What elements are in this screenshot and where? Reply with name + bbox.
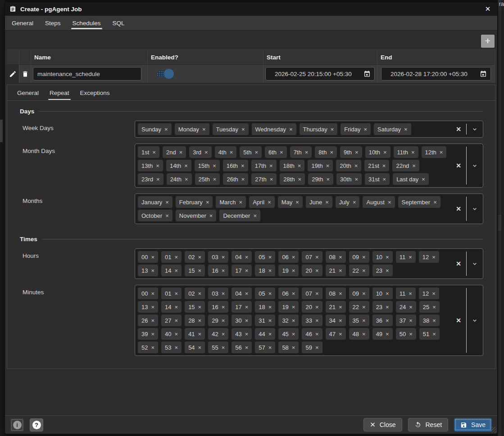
chip-remove-icon[interactable]: ×	[230, 149, 233, 156]
chip-remove-icon[interactable]: ×	[198, 254, 202, 261]
chip-remove-icon[interactable]: ×	[222, 304, 225, 310]
delete-row-button[interactable]	[19, 65, 31, 83]
chip-remove-icon[interactable]: ×	[404, 126, 408, 133]
chip-remove-icon[interactable]: ×	[151, 344, 154, 351]
chip-remove-icon[interactable]: ×	[175, 254, 178, 261]
clear-selection-icon[interactable]: ✕	[453, 260, 464, 267]
chip-remove-icon[interactable]: ×	[209, 212, 213, 219]
chip-remove-icon[interactable]: ×	[268, 290, 272, 297]
chip-remove-icon[interactable]: ×	[175, 331, 178, 337]
chip-remove-icon[interactable]: ×	[386, 317, 389, 324]
chip-remove-icon[interactable]: ×	[268, 331, 272, 337]
chip-remove-icon[interactable]: ×	[339, 317, 342, 324]
chip-remove-icon[interactable]: ×	[326, 176, 330, 183]
chip-remove-icon[interactable]: ×	[245, 317, 249, 324]
chip-remove-icon[interactable]: ×	[363, 126, 367, 133]
chip-remove-icon[interactable]: ×	[245, 254, 249, 261]
chip-remove-icon[interactable]: ×	[295, 199, 299, 206]
chip-remove-icon[interactable]: ×	[409, 317, 413, 324]
chip-remove-icon[interactable]: ×	[315, 344, 319, 351]
chip-remove-icon[interactable]: ×	[280, 149, 283, 156]
chip-remove-icon[interactable]: ×	[268, 267, 272, 274]
tab-sql[interactable]: SQL	[107, 16, 131, 30]
chip-remove-icon[interactable]: ×	[175, 317, 178, 324]
chip-remove-icon[interactable]: ×	[432, 254, 436, 261]
chip-remove-icon[interactable]: ×	[270, 176, 273, 183]
chip-remove-icon[interactable]: ×	[185, 176, 188, 183]
chip-remove-icon[interactable]: ×	[353, 199, 356, 206]
subtab-repeat[interactable]: Repeat	[44, 85, 75, 100]
chip-remove-icon[interactable]: ×	[305, 149, 309, 156]
chip-remove-icon[interactable]: ×	[339, 304, 342, 310]
calendar-icon[interactable]	[363, 70, 371, 78]
chip-remove-icon[interactable]: ×	[245, 331, 249, 337]
chip-remove-icon[interactable]: ×	[292, 267, 295, 274]
chip-remove-icon[interactable]: ×	[222, 254, 225, 261]
chip-remove-icon[interactable]: ×	[422, 176, 425, 183]
minutes-select[interactable]: 00×01×02×03×04×05×06×07×08×09×10×11×12×1…	[135, 285, 483, 356]
chip-remove-icon[interactable]: ×	[165, 212, 169, 219]
chip-remove-icon[interactable]: ×	[204, 149, 208, 156]
chip-remove-icon[interactable]: ×	[151, 304, 154, 310]
chevron-down-icon[interactable]	[468, 126, 481, 133]
chip-remove-icon[interactable]: ×	[184, 162, 188, 169]
chip-remove-icon[interactable]: ×	[253, 212, 257, 219]
chip-remove-icon[interactable]: ×	[198, 290, 202, 297]
chip-remove-icon[interactable]: ×	[362, 317, 366, 324]
chip-remove-icon[interactable]: ×	[315, 304, 319, 310]
chevron-down-icon[interactable]	[468, 260, 481, 267]
chip-remove-icon[interactable]: ×	[339, 290, 342, 297]
chip-remove-icon[interactable]: ×	[432, 317, 436, 324]
chip-remove-icon[interactable]: ×	[254, 149, 258, 156]
chip-remove-icon[interactable]: ×	[315, 267, 319, 274]
save-button[interactable]: Save	[454, 418, 492, 432]
week-days-select[interactable]: Sunday×Monday×Tuesday×Wednesday×Thursday…	[135, 121, 483, 138]
chip-remove-icon[interactable]: ×	[315, 290, 319, 297]
chip-remove-icon[interactable]: ×	[151, 331, 154, 337]
chip-remove-icon[interactable]: ×	[326, 162, 330, 169]
tab-steps[interactable]: Steps	[39, 16, 67, 30]
chip-remove-icon[interactable]: ×	[268, 304, 272, 310]
chip-remove-icon[interactable]: ×	[409, 290, 412, 297]
chip-remove-icon[interactable]: ×	[213, 176, 217, 183]
chip-remove-icon[interactable]: ×	[151, 267, 154, 274]
chip-remove-icon[interactable]: ×	[386, 304, 389, 310]
chip-remove-icon[interactable]: ×	[222, 267, 225, 274]
chip-remove-icon[interactable]: ×	[198, 344, 202, 351]
chip-remove-icon[interactable]: ×	[206, 199, 209, 206]
chip-remove-icon[interactable]: ×	[164, 126, 168, 133]
chip-remove-icon[interactable]: ×	[152, 149, 156, 156]
end-datetime-input[interactable]: 2026-02-28 17:20:00 +05:30	[381, 67, 491, 81]
chip-remove-icon[interactable]: ×	[245, 267, 249, 274]
reset-button[interactable]: Reset	[408, 418, 449, 432]
chip-remove-icon[interactable]: ×	[383, 149, 387, 156]
chip-remove-icon[interactable]: ×	[362, 267, 366, 274]
chip-remove-icon[interactable]: ×	[268, 254, 272, 261]
chip-remove-icon[interactable]: ×	[292, 290, 295, 297]
tab-general[interactable]: General	[6, 16, 39, 30]
background-scrollbar-thumb[interactable]	[498, 215, 501, 230]
chip-remove-icon[interactable]: ×	[292, 304, 295, 310]
chip-remove-icon[interactable]: ×	[386, 331, 389, 337]
chip-remove-icon[interactable]: ×	[241, 126, 245, 133]
chip-remove-icon[interactable]: ×	[179, 149, 183, 156]
chip-remove-icon[interactable]: ×	[289, 126, 293, 133]
chip-remove-icon[interactable]: ×	[339, 267, 342, 274]
schedule-name-input[interactable]	[33, 67, 141, 81]
chip-remove-icon[interactable]: ×	[222, 344, 225, 351]
chip-remove-icon[interactable]: ×	[315, 254, 319, 261]
chip-remove-icon[interactable]: ×	[354, 162, 358, 169]
chip-remove-icon[interactable]: ×	[268, 199, 271, 206]
chip-remove-icon[interactable]: ×	[411, 149, 415, 156]
background-scrollbar-thumb[interactable]	[0, 120, 3, 142]
chip-remove-icon[interactable]: ×	[382, 162, 386, 169]
chip-remove-icon[interactable]: ×	[239, 199, 243, 206]
chip-remove-icon[interactable]: ×	[339, 254, 342, 261]
month-days-select[interactable]: 1st×2nd×3rd×4th×5th×6th×7th×8th×9th×10th…	[135, 144, 483, 188]
enabled-toggle[interactable]	[157, 71, 172, 77]
resize-grip[interactable]	[490, 427, 496, 433]
dialog-help-button[interactable]: ?	[30, 418, 43, 432]
chip-remove-icon[interactable]: ×	[325, 199, 329, 206]
chip-remove-icon[interactable]: ×	[354, 176, 358, 183]
clear-selection-icon[interactable]: ✕	[453, 162, 464, 169]
